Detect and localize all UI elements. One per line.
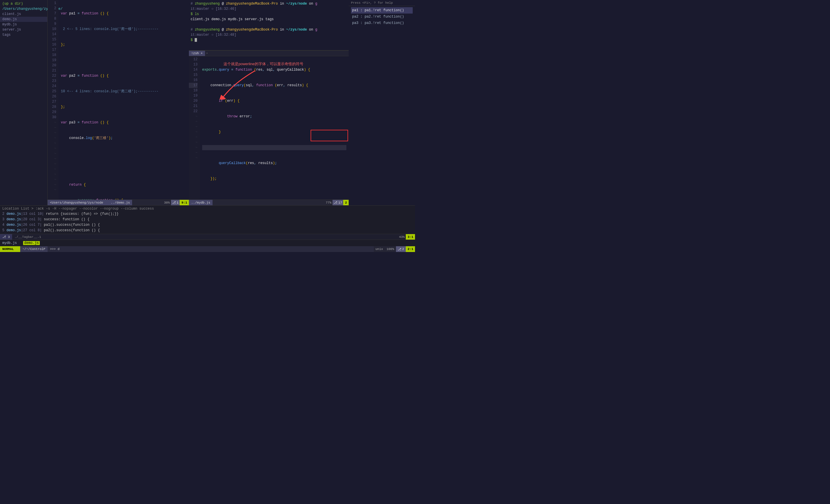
tagbar-item-2[interactable]: pa3 : pa3.!ret function() <box>351 20 413 26</box>
left-editor-area: 1 2 7 8 9 10 14 15 16 17 18 19 20 21 22 … <box>47 0 189 200</box>
cmd-echo: >>> d <box>47 247 374 251</box>
left-line-numbers: 1 2 7 8 9 10 14 15 16 17 18 19 20 21 22 … <box>47 0 59 200</box>
bottom-statusbar: NORMAL ~/~/ControlP >>> d unix 100% ⎇2 2… <box>0 246 415 252</box>
mode-indicator: NORMAL <box>0 246 20 252</box>
tmux-tabbar: !zsh + + <box>189 51 349 56</box>
loc-pane-branch: ⎇ 3 <box>0 234 12 240</box>
sidebar-item-serverjs[interactable]: server.js <box>0 27 47 32</box>
sidebar-item-demojs[interactable]: demo.js <box>0 17 47 22</box>
bottom-file-2-active[interactable]: demo.js <box>23 241 40 245</box>
loc-pane-statusbar: ⎇ 3 ./__Tagbar__.1 43% 3:1 <box>0 234 415 240</box>
bottom-format: unix <box>374 246 385 252</box>
sidebar-item-clientjs[interactable]: client.js <box>0 11 47 17</box>
sidebar-root-path: /Users/zhangyusheng/zys/node/ <box>0 6 47 11</box>
main-container: (up a dir) /Users/zhangyusheng/zys/node/… <box>0 0 415 252</box>
left-editor-section: 1 2 7 8 9 10 14 15 16 17 18 19 20 21 22 … <box>47 0 189 205</box>
right-editor-area: 12 13 14 15 16 17 18 19 20 21 22 ~ ~ ~ <box>189 56 349 200</box>
tmux-tab-zsh[interactable]: !zsh + <box>189 51 205 56</box>
right-pane-pct: 77% <box>324 201 332 204</box>
location-list: Location List > :ack -s -H --nopager --n… <box>0 205 415 234</box>
left-branch-num: 1 <box>177 201 179 204</box>
terminal-upper: # zhangyusheng @ zhangyushengdeMacBook-P… <box>189 0 349 51</box>
right-pane-branch: ⎇ 17 <box>332 200 343 205</box>
left-pane-pct: 30% <box>163 201 171 204</box>
branch-icon: ⎇ <box>172 201 176 204</box>
editors-main: (up a dir) /Users/zhangyusheng/zys/node/… <box>0 0 415 205</box>
sidebar-up-dir[interactable]: (up a dir) <box>0 1 47 6</box>
middle-section: # zhangyusheng @ zhangyushengdeMacBook-P… <box>189 0 349 205</box>
bottom-path: ~/~/ControlP <box>20 246 47 252</box>
tagbar-item-1[interactable]: pa2 : pa2.!ret function() <box>351 13 413 20</box>
left-code-content: var pa1 = function () { 2 <-- 5 lines: c… <box>59 0 189 200</box>
left-pane-pos: 9:1 <box>180 200 189 205</box>
right-line-numbers: 12 13 14 15 16 17 18 19 20 21 22 ~ ~ ~ <box>189 56 200 200</box>
loc-item-1[interactable]: 3 demo.js|20 col 3| success: function ()… <box>0 217 415 222</box>
right-branch-num: 17 <box>338 201 342 204</box>
left-pane-branch: ⎇ 1 <box>171 200 180 205</box>
loc-item-0[interactable]: 2 demo.js|13 col 10| return {success: (f… <box>0 211 415 217</box>
right-pane-statusbar: ../mydb.js 77% ⎇ 17 2 <box>189 200 349 205</box>
bottom-pos: 2:1 <box>406 246 415 252</box>
tmux-tab-plus: + <box>205 52 210 55</box>
sidebar-item-tags[interactable]: tags <box>0 32 47 37</box>
loc-pane-filename: ./__Tagbar__.1 <box>12 235 398 239</box>
file-sidebar: (up a dir) /Users/zhangyusheng/zys/node/… <box>0 0 47 205</box>
loc-item-2[interactable]: 4 demo.js|26 col 7| pa1().success(functi… <box>0 222 415 228</box>
loc-list-header: Location List > :ack -s -H --nopager --n… <box>0 206 415 211</box>
sidebar-item-mydbjs[interactable]: mydb.js <box>0 22 47 27</box>
right-code-content: exports.query = function (res, sql, quer… <box>200 56 349 200</box>
bottom-right: unix 100% ⎇2 2:1 <box>374 246 415 252</box>
left-pane-statusbar: <Users/zhangyusheng/zys/node ../demo.js … <box>47 200 189 205</box>
tagbar-item-0[interactable]: pa1 : pa1.!ret function() <box>351 7 413 13</box>
tmux-tab-label: !zsh + <box>191 52 203 55</box>
file-list-bottom: mydb.js demo.js <box>0 240 415 246</box>
loc-pane-pct: 43% <box>398 235 406 239</box>
bottom-branch: ⎇2 <box>396 246 406 252</box>
right-pane-pos: 2 <box>343 200 349 205</box>
bottom-pct: 100% <box>385 246 396 252</box>
right-branch-icon: ⎇ <box>334 201 338 204</box>
tagbar-header: Press <F1>, ? for help <box>349 0 415 6</box>
left-pane-filename: <Users/zhangyusheng/zys/node ../demo.js <box>47 200 132 205</box>
loc-pane-pos: 3:1 <box>406 234 415 240</box>
right-pane-filename: ../mydb.js <box>189 200 213 205</box>
bottom-file-1[interactable]: mydb.js <box>2 241 17 245</box>
tagbar-section: Press <F1>, ? for help pa1 : pa1.!ret fu… <box>349 0 415 205</box>
left-pane-filename-short: ../demo.js <box>111 201 130 204</box>
tagbar-content: pa1 : pa1.!ret function() pa2 : pa2.!ret… <box>349 6 415 27</box>
loc-item-3[interactable]: 5 demo.js|27 col 8| pa2().success(functi… <box>0 228 415 233</box>
